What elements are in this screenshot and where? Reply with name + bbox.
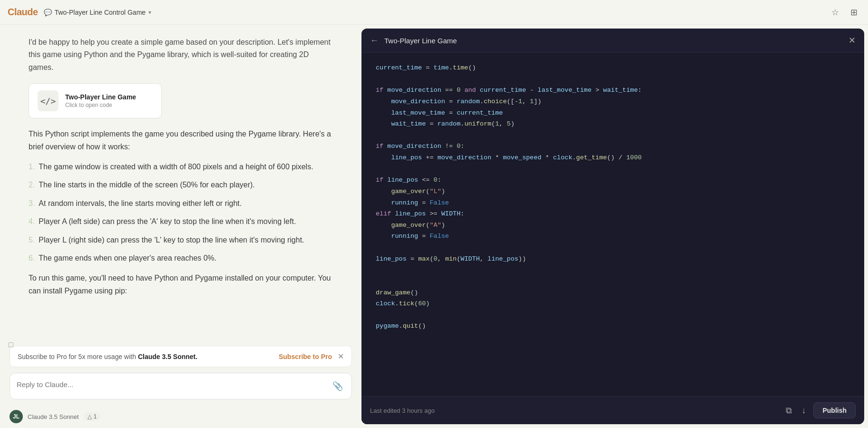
input-area: 📎 [0, 373, 361, 407]
user-avatar: JL [10, 410, 23, 423]
subscribe-banner: Subscribe to Pro for 5x more usage with … [10, 346, 352, 367]
model-info: □ JL Claude 3.5 Sonnet △ 1 [0, 407, 361, 428]
copy-button[interactable]: ⧉ [784, 404, 794, 418]
list-item: 2. The line starts in the middle of the … [29, 179, 333, 191]
list-item: 6. The game ends when one player's area … [29, 252, 333, 264]
code-tag-icon: </> [40, 96, 56, 106]
subscribe-banner-text: Subscribe to Pro for 5x more usage with … [18, 353, 197, 360]
numbered-list: 1. The game window is created with a wid… [29, 161, 333, 264]
code-block: current_time = time.time() if move_direc… [376, 62, 850, 332]
token-icon: △ [88, 413, 92, 420]
publish-button[interactable]: Publish [813, 402, 856, 418]
code-card[interactable]: </> Two-Player Line Game Click to open c… [29, 83, 162, 118]
back-button[interactable]: ← [370, 36, 379, 46]
code-panel-close-button[interactable]: ✕ [848, 35, 856, 46]
chat-description: This Python script implements the game y… [29, 128, 333, 153]
subscribe-highlight: Claude 3.5 Sonnet. [138, 353, 197, 360]
run-text: To run this game, you'll need to have Py… [29, 272, 333, 297]
chevron-down-icon: ▾ [148, 9, 151, 16]
list-item: 3. At random intervals, the line starts … [29, 197, 333, 210]
code-panel-header-left: ← Two-Player Line Game [370, 36, 457, 46]
code-card-title: Two-Player Line Game [65, 93, 136, 101]
code-panel-title: Two-Player Line Game [384, 37, 457, 45]
top-bar-right: ☆ ⊞ [829, 4, 860, 20]
sidebar-toggle-button[interactable]: □ [6, 338, 16, 352]
code-area[interactable]: current_time = time.time() if move_direc… [361, 53, 864, 396]
list-item: 5. Player L (right side) can press the '… [29, 234, 333, 246]
chat-panel: I'd be happy to help you create a simple… [0, 25, 361, 428]
input-box: 📎 [10, 373, 352, 399]
list-item: 1. The game window is created with a wid… [29, 161, 333, 173]
download-button[interactable]: ↓ [800, 404, 808, 418]
chat-bubble-icon: 💬 [44, 9, 52, 16]
attach-button[interactable]: 📎 [331, 379, 345, 393]
main-layout: I'd be happy to help you create a simple… [0, 25, 868, 428]
chat-intro-text: I'd be happy to help you create a simple… [29, 36, 333, 74]
conversation-title[interactable]: 💬 Two-Player Line Control Game ▾ [44, 9, 151, 16]
code-panel: ← Two-Player Line Game ✕ current_time = … [361, 29, 864, 424]
subscribe-banner-right: Subscribe to Pro ✕ [279, 352, 344, 361]
code-panel-header: ← Two-Player Line Game ✕ [361, 29, 864, 53]
list-item: 4. Player A (left side) can press the 'A… [29, 215, 333, 228]
code-card-icon: </> [38, 90, 59, 111]
favorite-button[interactable]: ☆ [829, 4, 842, 20]
top-bar-left: Claude 💬 Two-Player Line Control Game ▾ [8, 7, 151, 18]
model-name-label: Claude 3.5 Sonnet [28, 413, 79, 420]
footer-actions: ⧉ ↓ Publish [784, 402, 856, 418]
top-bar: Claude 💬 Two-Player Line Control Game ▾ … [0, 0, 868, 25]
conversation-title-text: Two-Player Line Control Game [55, 9, 146, 16]
chat-content: I'd be happy to help you create a simple… [0, 25, 361, 346]
claude-logo: Claude [8, 7, 38, 18]
code-panel-footer: Last edited 3 hours ago ⧉ ↓ Publish [361, 396, 864, 424]
code-card-text: Two-Player Line Game Click to open code [65, 93, 136, 108]
reply-input[interactable] [17, 380, 326, 392]
token-count: 1 [94, 413, 97, 420]
last-edited-label: Last edited 3 hours ago [370, 407, 435, 414]
close-banner-button[interactable]: ✕ [338, 352, 344, 361]
subscribe-link[interactable]: Subscribe to Pro [279, 353, 332, 360]
token-badge: △ 1 [84, 412, 101, 421]
code-card-subtitle: Click to open code [65, 102, 136, 108]
settings-button[interactable]: ⊞ [848, 4, 860, 20]
